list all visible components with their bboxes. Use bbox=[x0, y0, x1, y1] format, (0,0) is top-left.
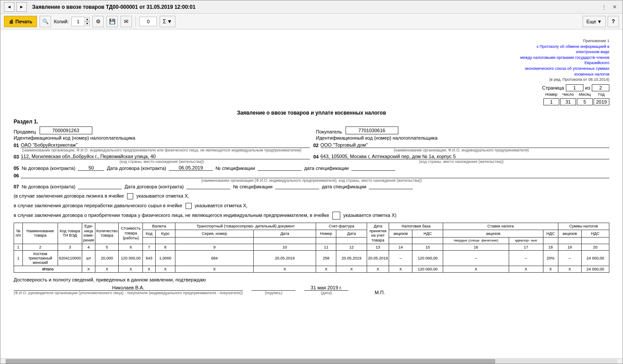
date-info: Номер Число Месяц Год bbox=[513, 92, 609, 97]
help-button[interactable]: ? bbox=[608, 16, 619, 27]
appendix-line1: Приложение 1 bbox=[513, 38, 609, 44]
email-button[interactable]: ✉ bbox=[120, 16, 132, 27]
row-taxbase-akciz: – bbox=[389, 250, 412, 266]
signer-sub: (Ф.И.О. руководителя организации (уполно… bbox=[14, 291, 243, 295]
horizontal-scrollbar[interactable] bbox=[0, 358, 623, 364]
org02-name: ООО "Торговый дом" bbox=[321, 142, 609, 148]
contract07-date-value bbox=[186, 189, 230, 189]
addr03-sublabel: (код страны, место нахождения (жительств… bbox=[14, 159, 310, 164]
org02-sublabel: (наименование организации, Ф.И.О. индиви… bbox=[313, 148, 610, 152]
th-blank10 bbox=[558, 237, 581, 244]
addr03: 03 112, Могилевская обл.,Бобруйск г., Пе… bbox=[14, 154, 310, 164]
spin-down-button[interactable]: ▼ bbox=[84, 22, 90, 26]
th-inv-num: Номер bbox=[316, 230, 336, 237]
th-blank1 bbox=[143, 237, 155, 244]
row-date-accept: 20.05.2019 bbox=[367, 250, 389, 266]
preview-button[interactable]: 🔍 bbox=[40, 16, 51, 27]
more-menu-icon[interactable]: ⋮ bbox=[600, 3, 608, 11]
contract07-row: 07 № договора (контракта) Дата договора … bbox=[14, 184, 609, 189]
org01-num: 01 bbox=[14, 143, 19, 148]
contract07-spec-value bbox=[275, 189, 319, 189]
contract05-num: 05 bbox=[14, 166, 19, 171]
appendix-line3: между налоговыми органами государств-чле… bbox=[513, 55, 609, 66]
th-taxbase-nds: НДС bbox=[412, 230, 443, 237]
settings-button[interactable]: ⚙ bbox=[92, 16, 104, 27]
col-n17: 17 bbox=[509, 244, 543, 250]
th-date-acc: Дата принятия на учет товара bbox=[367, 223, 389, 244]
col-n11: 11 bbox=[316, 244, 336, 250]
row-curr-code: 643 bbox=[143, 250, 155, 266]
more-button[interactable]: Еще ▼ bbox=[583, 16, 606, 27]
sigma-button[interactable]: Σ ▼ bbox=[160, 16, 175, 27]
col-n8: 8 bbox=[155, 244, 175, 250]
checkbox-line1: (в случае заключения договора лизинга в … bbox=[14, 191, 609, 201]
save-button[interactable]: 💾 bbox=[106, 16, 118, 27]
row-rates-solid: – bbox=[443, 250, 509, 266]
col-n2: 2 bbox=[23, 244, 58, 250]
th-blank5 bbox=[316, 237, 336, 244]
org01: 01 ОАО "Бобруйсктрикотаж" (наименование … bbox=[14, 142, 310, 152]
month-header: Месяц bbox=[577, 92, 593, 97]
nav-back-button[interactable]: ◄ bbox=[4, 2, 15, 12]
buyer-idn-box: 7701030616 bbox=[346, 126, 398, 134]
appendix-info: Приложение 1 к Протоколу об обмене инфор… bbox=[513, 38, 609, 107]
row-num: 1 bbox=[14, 250, 23, 266]
col-n20: 20 bbox=[581, 244, 609, 250]
th-invoice: Счет-фактура bbox=[316, 223, 367, 230]
col-n15: 15 bbox=[412, 244, 443, 250]
page-number-input[interactable] bbox=[139, 17, 157, 26]
th-blank3 bbox=[175, 237, 254, 244]
row06-sublabel: (наименование организации (Ф.И.О. индиви… bbox=[14, 178, 609, 183]
copies-input[interactable] bbox=[71, 17, 84, 26]
col-n9: 9 bbox=[175, 244, 254, 250]
th-blank6 bbox=[336, 237, 367, 244]
col-n7: 7 bbox=[143, 244, 155, 250]
page-label: Страница bbox=[542, 85, 564, 90]
appendix-line4: экономического союза об уплаченных сумма… bbox=[513, 66, 609, 77]
row-tnved: 6204110000 bbox=[58, 250, 82, 266]
seller-buyer-row: Продавец 7000091263 Идентификационный ко… bbox=[14, 126, 609, 141]
date-block: 31 мая 2019 г. (дата) bbox=[304, 285, 348, 295]
total-sums-akciz: X bbox=[558, 266, 581, 272]
scrollbar-thumb[interactable] bbox=[6, 359, 495, 364]
appendix-line5: (в ред. Протокола от 08.10.2014) bbox=[513, 77, 609, 83]
row06: 06 (наименование организации (Ф.И.О. инд… bbox=[14, 172, 609, 183]
num-value: 31 bbox=[560, 98, 576, 105]
th-curr-code: Код bbox=[143, 230, 155, 237]
date-sub: (дата) bbox=[304, 291, 348, 295]
org02-num: 02 bbox=[313, 143, 319, 148]
contract07-specdate-value bbox=[369, 189, 413, 189]
row06-num: 06 bbox=[14, 173, 19, 178]
th-blank8 bbox=[412, 237, 443, 244]
year-header: Год bbox=[594, 92, 609, 97]
row-rates-nds: 20% bbox=[543, 250, 558, 266]
checkbox3 bbox=[332, 212, 340, 220]
nom-value: 1 bbox=[543, 98, 559, 105]
title-bar: ◄ ► Заявление о ввозе товаров ТД00-00000… bbox=[0, 0, 623, 14]
th-blank11 bbox=[581, 237, 609, 244]
row-cost: 120 000,00 bbox=[119, 250, 143, 266]
total-x13: X bbox=[543, 266, 558, 272]
checkbox-line2: в случае заключения договора переработки… bbox=[14, 201, 609, 210]
document-header: Приложение 1 к Протоколу об обмене инфор… bbox=[14, 38, 609, 107]
close-icon[interactable]: ✕ bbox=[610, 3, 619, 11]
total-row: Итого X X X X X X X X X X X 120 000,00 X bbox=[14, 266, 609, 272]
sigma-arrow: ▼ bbox=[167, 18, 172, 25]
contract07-label: № договора (контракта) bbox=[22, 184, 75, 189]
month-value: 5 bbox=[577, 98, 593, 105]
checkbox-line3: в случае заключения договора о приобрете… bbox=[14, 210, 609, 220]
addr03-value: 112, Могилевская обл.,Бобруйск г., Перво… bbox=[21, 154, 310, 159]
th-taxbase-akciz: акцизов bbox=[389, 230, 412, 237]
addr04: 04 643, 105005, Москва г, Аптекарский пе… bbox=[313, 154, 610, 164]
document: Приложение 1 к Протоколу об обмене инфор… bbox=[5, 34, 618, 302]
org01-sublabel: (наименование организации, Ф.И.О. индиви… bbox=[14, 148, 310, 152]
spin-up-button[interactable]: ▲ bbox=[84, 17, 90, 22]
print-button[interactable]: 🖨 Печать bbox=[4, 16, 37, 27]
col-n5: 5 bbox=[95, 244, 119, 250]
total-taxbase-akciz: X bbox=[389, 266, 412, 272]
nav-forward-button[interactable]: ► bbox=[16, 2, 27, 12]
col-n14: 14 bbox=[389, 244, 412, 250]
col-n19: 19 bbox=[558, 244, 581, 250]
copies-spinner[interactable]: ▲ ▼ bbox=[84, 17, 90, 26]
contract05-row: 05 № договора (контракта) 50 Дата догово… bbox=[14, 165, 609, 171]
